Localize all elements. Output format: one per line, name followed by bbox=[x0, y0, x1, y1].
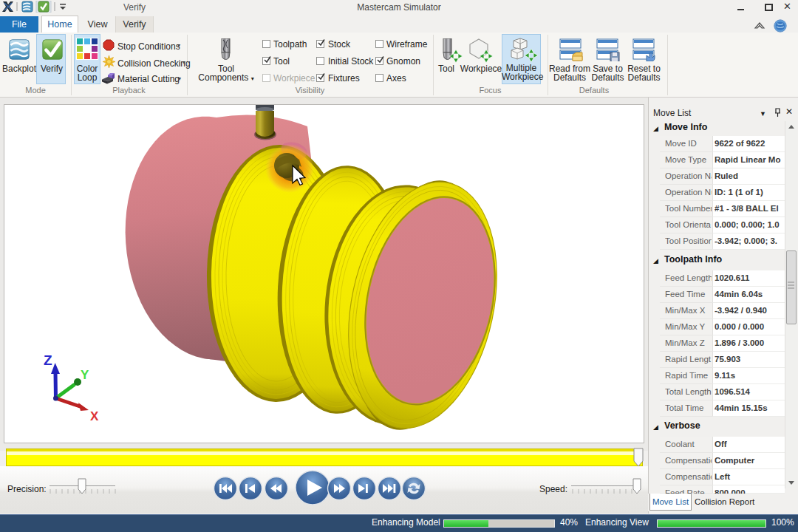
svg-text:X: X bbox=[90, 409, 99, 423]
svg-text:Y: Y bbox=[81, 368, 89, 382]
svg-text:Z: Z bbox=[44, 352, 52, 368]
